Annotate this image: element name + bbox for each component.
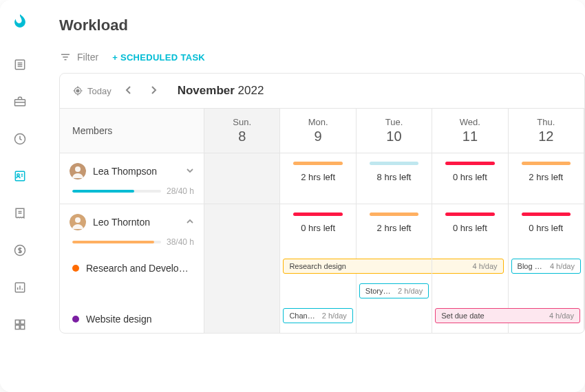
task-lane: Blog p…4 h/day <box>509 254 584 279</box>
hours-text: 28/40 h <box>167 186 194 196</box>
day-short: Tue. <box>368 117 421 127</box>
project-name: Research and Develo… <box>86 263 189 274</box>
member-name: Leo Thornton <box>93 217 179 228</box>
day-cell[interactable]: 2 hrs left <box>280 153 356 204</box>
project-name: Website design <box>86 314 151 325</box>
hours-left: 0 hrs left <box>439 172 500 182</box>
hours-left: 2 hrs left <box>287 172 348 182</box>
date-nav: Today November 2022 <box>60 74 584 108</box>
task-lane: Story…2 h/day <box>357 279 432 304</box>
day-header: Tue. 10 <box>357 108 432 153</box>
scheduled-task-button[interactable]: + SCHEDULED TASK <box>112 52 205 63</box>
task-lane <box>357 304 432 333</box>
task-lane <box>204 254 280 279</box>
day-cell[interactable]: 2 hrs left <box>357 204 432 254</box>
project-cell: Website design <box>60 304 204 333</box>
task-lane <box>280 279 356 304</box>
task-lane <box>432 254 508 279</box>
project-item[interactable]: Website design <box>70 309 194 326</box>
nav-icon-grid[interactable] <box>8 312 32 337</box>
task-lane: Chang…2 h/day <box>280 304 356 333</box>
task-name: Set due date <box>441 312 484 320</box>
task-chip[interactable]: Story…2 h/day <box>359 283 429 298</box>
task-chip[interactable]: Chang…2 h/day <box>283 308 352 323</box>
day-cell[interactable]: 2 hrs left <box>509 153 584 204</box>
task-hours: 2 h/day <box>317 312 347 320</box>
next-arrow[interactable] <box>146 83 161 98</box>
task-lane: Set due date4 h/day <box>432 304 508 333</box>
target-icon <box>72 85 83 96</box>
members-header: Members <box>60 108 204 153</box>
task-name: Blog p… <box>518 262 544 270</box>
project-item[interactable]: Research and Develo… <box>70 259 194 275</box>
day-short: Thu. <box>520 117 573 127</box>
hours-left: 0 hrs left <box>287 223 348 233</box>
day-header: Mon. 9 <box>280 108 356 153</box>
capacity-bar <box>445 213 495 216</box>
avatar <box>70 163 86 179</box>
task-hours: 2 h/day <box>392 287 423 295</box>
project-cell: Research and Develo… <box>60 254 204 279</box>
project-dot-icon <box>72 316 79 323</box>
chevron-up-icon[interactable] <box>186 216 194 228</box>
hours-left: 8 hrs left <box>363 172 425 182</box>
app-logo[interactable] <box>10 12 30 32</box>
svg-rect-21 <box>21 325 25 329</box>
today-button[interactable]: Today <box>72 85 111 96</box>
filter-icon <box>59 51 72 63</box>
project-dot-icon <box>72 265 79 272</box>
nav-icon-briefcase[interactable] <box>8 89 32 114</box>
nav-icon-chart[interactable] <box>8 275 32 300</box>
svg-point-34 <box>75 217 81 223</box>
member-row[interactable]: Lea Thompson <box>70 163 194 179</box>
sidebar <box>0 0 40 392</box>
main: Workload Filter + SCHEDULED TASK Today <box>40 0 585 392</box>
hours-bar: 38/40 h <box>72 237 194 247</box>
day-cell-empty <box>204 153 280 204</box>
nav-icon-workload[interactable] <box>8 164 32 188</box>
day-cell[interactable]: 8 hrs left <box>357 153 432 204</box>
filter-label: Filter <box>77 52 98 63</box>
capacity-bar <box>293 162 343 165</box>
task-name: Story… <box>365 287 391 295</box>
page-title: Workload <box>59 17 585 34</box>
toolbar: Filter + SCHEDULED TASK <box>59 51 585 63</box>
hours-left: 0 hrs left <box>515 223 577 233</box>
member-row[interactable]: Leo Thornton <box>70 214 194 230</box>
avatar <box>70 214 86 230</box>
chevron-down-icon[interactable] <box>186 165 194 177</box>
svg-rect-20 <box>15 325 19 329</box>
nav-icon-dollar[interactable] <box>8 238 32 263</box>
nav-icon-list[interactable] <box>8 52 32 77</box>
task-lane <box>357 254 432 279</box>
day-short: Sun. <box>215 117 268 127</box>
task-lane <box>204 304 280 333</box>
task-chip[interactable]: Blog p…4 h/day <box>511 259 581 274</box>
nav-icon-clock[interactable] <box>8 127 32 151</box>
day-cell[interactable]: 0 hrs left <box>432 204 508 254</box>
nav-icon-receipt[interactable] <box>8 201 32 226</box>
day-cell[interactable]: 0 hrs left <box>432 153 508 204</box>
day-cell[interactable]: 0 hrs left <box>509 204 584 254</box>
day-number: 8 <box>215 129 268 144</box>
day-number: 12 <box>520 129 573 144</box>
day-short: Mon. <box>291 117 344 127</box>
task-lane <box>509 279 584 304</box>
task-name: Chang… <box>289 312 316 320</box>
filter-button[interactable]: Filter <box>59 51 98 63</box>
svg-rect-18 <box>15 320 19 324</box>
day-number: 11 <box>443 129 496 144</box>
capacity-bar <box>445 162 495 165</box>
svg-rect-7 <box>15 171 24 180</box>
day-number: 9 <box>291 129 344 144</box>
prev-arrow[interactable] <box>121 83 136 98</box>
day-cell[interactable]: 0 hrs left <box>280 204 356 254</box>
day-number: 10 <box>368 129 421 144</box>
day-header: Thu. 12 <box>509 108 584 153</box>
capacity-bar <box>522 213 571 216</box>
task-hours: 4 h/day <box>544 262 575 270</box>
svg-point-25 <box>76 89 79 92</box>
member-cell: Lea Thompson 28/40 h <box>60 153 204 204</box>
month-label: November 2022 <box>178 84 264 98</box>
task-lane <box>509 304 584 333</box>
